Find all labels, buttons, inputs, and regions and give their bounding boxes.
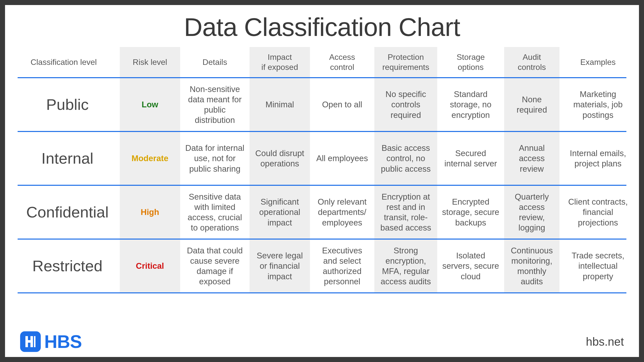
table-cell: Data that could cause severe damage if e… (182, 240, 248, 292)
table-cell: Standard storage, no encryption (439, 78, 502, 131)
svg-rect-0 (34, 336, 35, 347)
table-cell: No specific controls required (374, 78, 437, 131)
site-url: hbs.net (586, 335, 624, 348)
table-cell: Isolated servers, secure cloud (439, 240, 502, 292)
table-cell: Data for internal use, not for public sh… (182, 132, 248, 185)
brand-name: HBS (44, 331, 82, 352)
table-row: RestrictedCriticalData that could cause … (18, 240, 626, 292)
risk-level: High (120, 186, 180, 239)
table-cell: Executives and select authorized personn… (312, 240, 372, 292)
table-cell: Only relevant departments/ employees (312, 186, 372, 239)
footer: HBS hbs.net (18, 327, 626, 352)
column-header: Risk level (120, 47, 180, 77)
table-cell: Quarterly access review, logging (504, 186, 559, 239)
table-cell: Internal emails, project plans (561, 132, 634, 185)
column-header: Access control (312, 47, 372, 77)
table-header-row: Classification levelRisk levelDetailsImp… (18, 47, 626, 77)
table-cell: Minimal (250, 78, 310, 131)
column-header: Details (182, 47, 248, 77)
table-cell: Open to all (312, 78, 372, 131)
document-page: Data Classification Chart Classification… (5, 5, 639, 357)
column-header: Audit controls (504, 47, 559, 77)
classification-level: Internal (10, 132, 118, 185)
table-cell: Trade secrets, intellectual property (561, 240, 634, 292)
classification-level: Public (10, 78, 118, 131)
table-cell: Strong encryption, MFA, regular access a… (374, 240, 437, 292)
risk-level: Critical (120, 240, 180, 292)
table-cell: Sensitive data with limited access, cruc… (182, 186, 248, 239)
table-cell: Marketing materials, job postings (561, 78, 634, 131)
classification-table: Classification levelRisk levelDetailsImp… (18, 47, 626, 327)
table-cell: None required (504, 78, 559, 131)
table-cell: Severe legal or financial impact (250, 240, 310, 292)
table-cell: Could disrupt operations (250, 132, 310, 185)
divider (18, 292, 626, 293)
table-row: PublicLowNon-sensitive data meant for pu… (18, 78, 626, 131)
brand-logo-icon (20, 331, 41, 352)
table-cell: Secured internal server (439, 132, 502, 185)
page-title: Data Classification Chart (18, 13, 626, 42)
column-header: Impact if exposed (250, 47, 310, 77)
column-header: Storage options (439, 47, 502, 77)
table-cell: Encryption at rest and in transit, role-… (374, 186, 437, 239)
table-cell: All employees (312, 132, 372, 185)
table-cell: Non-sensitive data meant for public dist… (182, 78, 248, 131)
brand-logo: HBS (20, 331, 82, 352)
table-cell: Continuous monitoring, monthly audits (504, 240, 559, 292)
table-row: InternalModerateData for internal use, n… (18, 132, 626, 185)
table-row: ConfidentialHighSensitive data with limi… (18, 186, 626, 239)
table-cell: Basic access control, no public access (374, 132, 437, 185)
column-header: Protection requirements (374, 47, 437, 77)
column-header: Examples (561, 47, 634, 77)
table-cell: Significant operational impact (250, 186, 310, 239)
risk-level: Moderate (120, 132, 180, 185)
classification-level: Restricted (10, 240, 118, 292)
classification-level: Confidential (10, 186, 118, 239)
column-header: Classification level (10, 47, 118, 77)
risk-level: Low (120, 78, 180, 131)
table-cell: Client contracts, financial projections (561, 186, 634, 239)
table-cell: Annual access review (504, 132, 559, 185)
table-cell: Encrypted storage, secure backups (439, 186, 502, 239)
